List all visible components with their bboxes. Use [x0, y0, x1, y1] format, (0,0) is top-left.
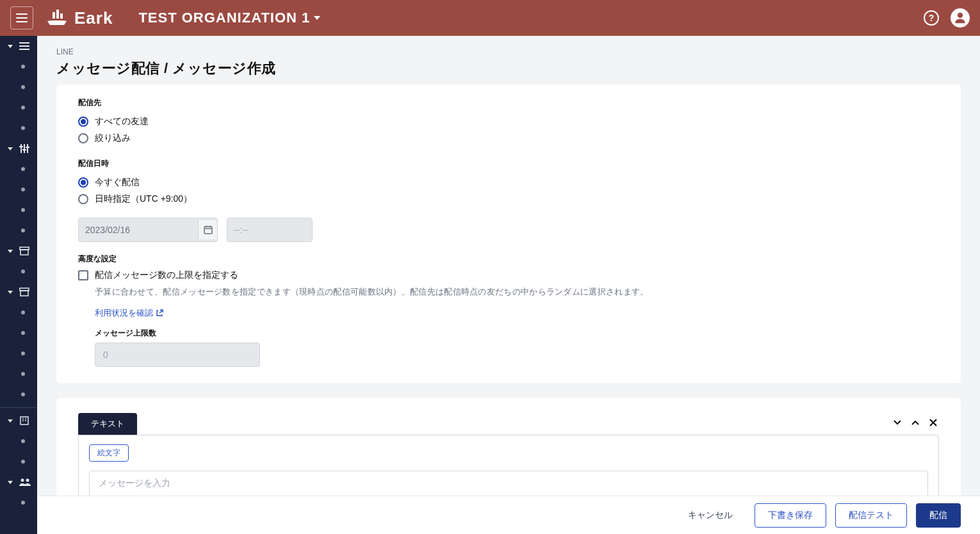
sidebar-group-6[interactable] — [0, 472, 37, 492]
sidebar-item[interactable] — [0, 431, 37, 451]
chevron-down-icon — [8, 45, 13, 48]
sidebar-item[interactable] — [0, 220, 37, 241]
sliders-icon — [19, 144, 29, 153]
sidebar — [0, 36, 37, 534]
sidebar-group-5[interactable] — [0, 410, 37, 431]
advanced-label: 高度な設定 — [78, 254, 939, 264]
link-text: 利用状況を確認 — [95, 307, 153, 319]
move-up-button[interactable] — [910, 417, 921, 428]
topbar: Eark TEST ORGANIZATION 1 ? — [0, 0, 980, 36]
menu-toggle-button[interactable] — [10, 6, 33, 29]
list-icon — [19, 42, 29, 50]
sidebar-item[interactable] — [0, 118, 37, 138]
save-draft-button[interactable]: 下書き保存 — [755, 503, 826, 528]
help-icon: ? — [924, 10, 939, 26]
svg-point-18 — [26, 479, 29, 482]
sidebar-item[interactable] — [0, 56, 37, 77]
limit-placeholder: 0 — [103, 350, 108, 360]
limit-input[interactable]: 0 — [95, 343, 260, 367]
svg-rect-2 — [60, 13, 63, 19]
schedule-now-radio[interactable]: 今すぐ配信 — [78, 174, 939, 191]
chevron-down-icon — [8, 419, 13, 423]
sidebar-item[interactable] — [0, 97, 37, 118]
limit-checkbox[interactable]: 配信メッセージ数の上限を指定する — [78, 270, 939, 281]
sidebar-item[interactable] — [0, 77, 37, 97]
sidebar-group-1[interactable] — [0, 36, 37, 56]
svg-rect-6 — [20, 144, 22, 153]
usage-link[interactable]: 利用状況を確認 — [95, 307, 163, 319]
sidebar-item[interactable] — [0, 343, 37, 364]
recipients-all-radio[interactable]: すべての友達 — [78, 113, 939, 130]
sidebar-item[interactable] — [0, 384, 37, 405]
date-input[interactable]: 2023/02/16 — [78, 218, 218, 242]
sidebar-item[interactable] — [0, 492, 37, 513]
close-button[interactable] — [927, 417, 939, 428]
svg-rect-4 — [19, 45, 29, 47]
calendar-icon — [198, 220, 217, 239]
page: LINE メッセージ配信 / メッセージ作成 配信先 すべての友達 絞り込み 配… — [37, 36, 980, 534]
svg-rect-9 — [19, 146, 23, 147]
brand-logo: Eark — [45, 8, 113, 28]
chevron-down-icon — [8, 250, 13, 253]
svg-rect-3 — [19, 42, 29, 44]
svg-rect-0 — [53, 12, 55, 19]
sidebar-group-3[interactable] — [0, 241, 37, 261]
external-link-icon — [156, 309, 163, 317]
chevron-down-icon — [8, 147, 13, 150]
message-textarea[interactable] — [89, 471, 928, 496]
cancel-button[interactable]: キャンセル — [675, 503, 746, 528]
sidebar-item[interactable] — [0, 364, 37, 384]
svg-rect-15 — [20, 291, 28, 296]
radio-icon — [78, 117, 88, 127]
send-button[interactable]: 配信 — [916, 503, 961, 528]
hamburger-icon — [16, 13, 28, 22]
emoji-button[interactable]: 絵文字 — [89, 444, 129, 462]
footer: キャンセル 下書き保存 配信テスト 配信 — [37, 496, 980, 534]
account-button[interactable] — [951, 8, 970, 28]
move-down-button[interactable] — [892, 417, 903, 428]
org-name: TEST ORGANIZATION 1 — [138, 10, 310, 26]
sidebar-item[interactable] — [0, 451, 37, 472]
editor-box: 絵文字 — [78, 435, 939, 496]
breadcrumb: LINE — [56, 47, 961, 56]
sidebar-item[interactable] — [0, 179, 37, 200]
time-input[interactable]: --:-- — [227, 218, 313, 242]
org-selector[interactable]: TEST ORGANIZATION 1 — [138, 10, 320, 26]
chevron-up-icon — [911, 419, 920, 426]
limit-sub-label: メッセージ上限数 — [95, 328, 939, 339]
brand-name: Eark — [74, 8, 113, 28]
recipients-label: 配信先 — [78, 97, 939, 108]
svg-rect-19 — [204, 227, 212, 234]
test-send-button[interactable]: 配信テスト — [835, 503, 907, 528]
svg-rect-7 — [24, 144, 25, 153]
sidebar-item[interactable] — [0, 159, 37, 179]
help-button[interactable]: ? — [924, 10, 939, 26]
svg-rect-16 — [20, 417, 28, 425]
sidebar-item[interactable] — [0, 200, 37, 220]
page-title: メッセージ配信 / メッセージ作成 — [56, 59, 961, 78]
date-value: 2023/02/16 — [85, 225, 130, 235]
text-tab[interactable]: テキスト — [78, 413, 137, 435]
schedule-datetime-radio[interactable]: 日時指定（UTC +9:00） — [78, 191, 939, 207]
recipients-filter-radio[interactable]: 絞り込み — [78, 130, 939, 147]
editor-card: テキスト 絵文字 — [56, 398, 961, 496]
svg-rect-10 — [22, 149, 26, 150]
svg-rect-5 — [19, 49, 29, 50]
sidebar-item[interactable] — [0, 302, 37, 323]
checkbox-icon — [78, 270, 88, 280]
archive-icon — [19, 247, 29, 255]
advanced-description: 予算に合わせて、配信メッセージ数を指定できます（現時点の配信可能数以内）。配信先… — [95, 286, 939, 298]
radio-label: 今すぐ配信 — [95, 177, 140, 188]
users-icon — [19, 478, 31, 486]
sidebar-group-4[interactable] — [0, 282, 37, 302]
scroll-area[interactable]: 配信先 すべての友達 絞り込み 配信日時 今すぐ配信 日時指定（UTC +9:0… — [37, 85, 980, 496]
sidebar-group-2[interactable] — [0, 138, 37, 159]
settings-card: 配信先 すべての友達 絞り込み 配信日時 今すぐ配信 日時指定（UTC +9:0… — [56, 85, 961, 384]
svg-point-17 — [21, 479, 24, 482]
chevron-down-icon — [8, 291, 13, 294]
avatar-icon — [951, 8, 970, 28]
sidebar-item[interactable] — [0, 323, 37, 343]
sidebar-item[interactable] — [0, 261, 37, 282]
checkbox-label: 配信メッセージ数の上限を指定する — [95, 270, 238, 281]
page-header: LINE メッセージ配信 / メッセージ作成 — [37, 36, 980, 85]
